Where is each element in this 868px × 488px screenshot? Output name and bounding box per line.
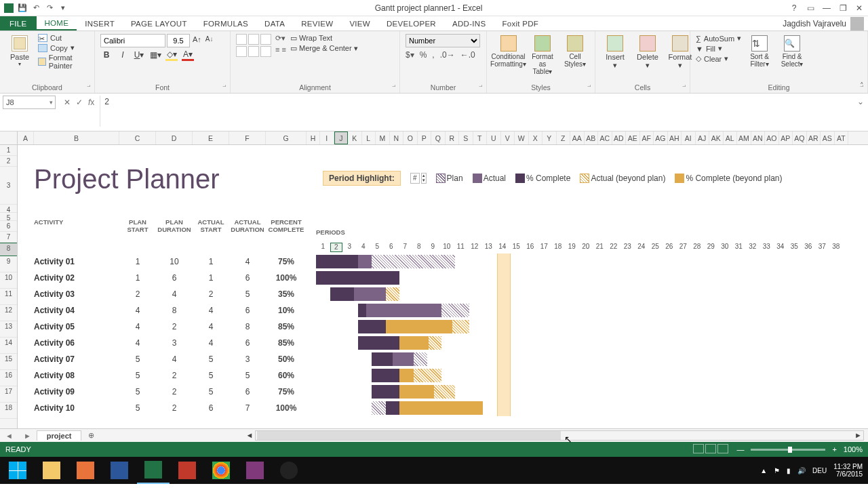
font-size-input[interactable] <box>167 34 190 47</box>
tray-network-icon[interactable]: ▮ <box>787 467 791 474</box>
wrap-text-button[interactable]: ▭ Wrap Text <box>290 34 358 43</box>
table-row[interactable]: Activity 08525560% <box>34 367 307 384</box>
zoom-in-icon[interactable]: + <box>832 445 836 453</box>
fill-color-button[interactable]: ◇▾ <box>165 49 178 61</box>
save-icon[interactable]: 💾 <box>18 3 27 13</box>
tab-pagelayout[interactable]: PAGE LAYOUT <box>123 16 195 30</box>
shrink-font-icon[interactable]: A↓ <box>204 34 215 47</box>
cancel-formula-icon[interactable]: ✕ <box>64 98 71 107</box>
tab-home[interactable]: HOME <box>37 16 77 30</box>
undo-icon[interactable]: ↶ <box>31 3 41 13</box>
account-user[interactable]: Jagdish Vajravelu <box>783 16 868 30</box>
tab-insert[interactable]: INSERT <box>77 16 123 30</box>
tab-file[interactable]: FILE <box>0 16 37 30</box>
row-headers[interactable]: 123456789101112131415161718 <box>0 145 18 428</box>
name-box[interactable]: J8 <box>3 96 56 109</box>
cut-button[interactable]: ✂Cut <box>38 34 89 42</box>
taskbar-app5[interactable] <box>171 457 203 484</box>
tray-up-icon[interactable]: ▲ <box>760 467 767 474</box>
view-buttons[interactable] <box>693 444 730 455</box>
grow-font-icon[interactable]: A↑ <box>191 34 203 47</box>
tray-volume-icon[interactable]: 🔊 <box>797 467 806 474</box>
orientation-icon[interactable]: ⟳▾ <box>275 34 286 43</box>
font-name-input[interactable] <box>100 34 165 47</box>
find-select-button[interactable]: 🔍Find &Select▾ <box>778 34 806 69</box>
sheet-nav-prev-icon[interactable]: ◄ <box>0 432 18 440</box>
formula-input[interactable]: 2 <box>100 96 853 127</box>
table-row[interactable]: Activity 07545350% <box>34 351 307 367</box>
bold-button[interactable]: B <box>100 49 113 61</box>
increase-decimal-icon[interactable]: .0→ <box>440 50 455 60</box>
table-row[interactable]: Activity 04484610% <box>34 302 307 319</box>
tab-review[interactable]: REVIEW <box>293 16 341 30</box>
maximize-icon[interactable]: ❐ <box>838 3 848 13</box>
number-format-select[interactable]: Number <box>406 34 480 47</box>
table-row[interactable]: Activity 03242535% <box>34 286 307 302</box>
redo-icon[interactable]: ↷ <box>45 3 54 13</box>
vertical-align[interactable] <box>236 34 271 57</box>
start-button[interactable] <box>1 457 34 484</box>
system-tray[interactable]: ▲ ⚑ ▮ 🔊 DEU 11:32 PM7/6/2015 <box>760 463 868 478</box>
tab-view[interactable]: VIEW <box>341 16 378 30</box>
expand-formula-icon[interactable]: ⌄ <box>853 96 868 108</box>
conditional-formatting-button[interactable]: ConditionalFormatting▾ <box>492 34 524 69</box>
taskbar-excel[interactable] <box>137 457 170 484</box>
collapse-ribbon-icon[interactable]: ˄ <box>860 81 864 90</box>
table-row[interactable]: Activity 09525675% <box>34 384 307 400</box>
zoom-slider[interactable] <box>751 449 825 451</box>
worksheet[interactable]: 123456789101112131415161718 Project Plan… <box>0 145 868 428</box>
clear-button[interactable]: ◇ Clear ▾ <box>696 54 741 63</box>
table-row[interactable]: Activity 021616100% <box>34 270 307 286</box>
zoom-out-icon[interactable]: — <box>736 445 744 453</box>
zoom-level[interactable]: 100% <box>844 445 863 453</box>
fill-button[interactable]: ▼ Fill ▾ <box>696 44 741 53</box>
autosum-button[interactable]: ∑ AutoSum ▾ <box>696 34 741 43</box>
enter-formula-icon[interactable]: ✓ <box>76 98 83 107</box>
taskbar-onenote[interactable] <box>239 457 271 484</box>
delete-cells-button[interactable]: Delete▾ <box>633 34 662 71</box>
tab-data[interactable]: DATA <box>256 16 293 30</box>
italic-button[interactable]: I <box>117 49 129 61</box>
format-as-table-button[interactable]: Format asTable▾ <box>528 34 557 77</box>
taskbar-matlab[interactable] <box>69 457 102 484</box>
sheet-nav-next-icon[interactable]: ► <box>18 432 37 440</box>
help-icon[interactable]: ? <box>789 3 799 13</box>
taskbar-chrome[interactable] <box>205 457 237 484</box>
format-painter-button[interactable]: Format Painter <box>38 54 89 70</box>
fx-icon[interactable]: fx <box>88 98 94 107</box>
underline-button[interactable]: U▾ <box>133 49 145 61</box>
horizontal-scrollbar[interactable]: ◄► <box>255 430 864 441</box>
tray-flag-icon[interactable]: ⚑ <box>774 467 780 474</box>
sort-filter-button[interactable]: ⇅Sort &Filter▾ <box>745 34 774 69</box>
new-sheet-button[interactable]: ⊕ <box>81 431 101 440</box>
paste-button[interactable]: Paste▾ <box>5 34 34 68</box>
column-headers[interactable]: ABCDEFGHIJKLMNOPQRSTUVWXYZAAABACADAEAFAG… <box>0 131 868 145</box>
taskbar-word[interactable] <box>103 457 136 484</box>
table-row[interactable]: Activity 05424885% <box>34 319 307 335</box>
period-highlight-spinner[interactable]: # ▲▼ <box>410 173 427 184</box>
border-button[interactable]: ▦▾ <box>149 49 161 61</box>
taskbar-explorer[interactable] <box>35 457 68 484</box>
tab-addins[interactable]: ADD-INS <box>444 16 494 30</box>
tray-lang[interactable]: DEU <box>812 467 827 474</box>
accounting-format-icon[interactable]: $▾ <box>406 50 414 60</box>
taskbar-obs[interactable] <box>273 457 305 484</box>
insert-cells-button[interactable]: Insert▾ <box>601 34 629 71</box>
sheet-tab-project[interactable]: project <box>37 430 82 441</box>
table-row[interactable]: Activity 105267100% <box>34 400 307 416</box>
tab-foxit[interactable]: Foxit PDF <box>494 16 547 30</box>
select-all-corner[interactable] <box>0 131 18 144</box>
indent-buttons[interactable]: ≡ ≡ <box>275 45 286 54</box>
minimize-icon[interactable]: — <box>822 3 831 13</box>
tray-clock[interactable]: 11:32 PM7/6/2015 <box>833 463 863 478</box>
font-color-button[interactable]: A▾ <box>182 49 194 61</box>
table-row[interactable]: Activity 011101475% <box>34 253 307 270</box>
tab-developer[interactable]: DEVELOPER <box>378 16 444 30</box>
cell-styles-button[interactable]: CellStyles▾ <box>561 34 589 69</box>
decrease-decimal-icon[interactable]: ←.0 <box>460 50 475 60</box>
ribbon-options-icon[interactable]: ▭ <box>806 3 815 13</box>
merge-center-button[interactable]: ▭ Merge & Center ▾ <box>290 44 358 53</box>
percent-format-icon[interactable]: % <box>420 50 427 60</box>
copy-button[interactable]: Copy ▾ <box>38 43 89 52</box>
comma-format-icon[interactable]: , <box>432 50 434 60</box>
